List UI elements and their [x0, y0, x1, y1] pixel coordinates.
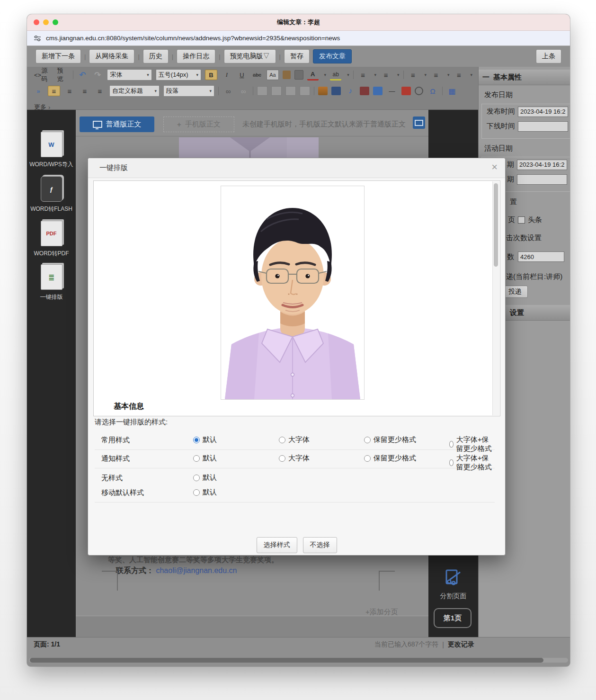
align-left-button[interactable]: ≡: [48, 86, 60, 96]
insert-link-icon[interactable]: ∞: [222, 86, 234, 96]
horizontal-scrollbar-thumb[interactable]: [30, 658, 543, 663]
radio-mobile-default[interactable]: 默认: [193, 488, 217, 497]
preview-desktop-button[interactable]: 预览电脑版▽: [224, 49, 276, 63]
letter-spacing-button[interactable]: ≡: [453, 70, 464, 80]
publish-time-input[interactable]: 2023-04-19 16:2: [518, 107, 568, 117]
ordered-list-button[interactable]: ≡: [357, 70, 369, 80]
history-button[interactable]: 历史: [143, 49, 169, 63]
change-history-link[interactable]: 更改记录: [448, 640, 474, 649]
url-text[interactable]: cms.jiangnan.edu.cn:8080/system/site/col…: [46, 35, 340, 42]
radio-notice-default[interactable]: 默认: [193, 454, 217, 463]
paragraph-spacing-button[interactable]: ≡: [407, 70, 418, 80]
insert-image-icon[interactable]: [318, 87, 328, 95]
remove-link-icon[interactable]: ∞: [238, 86, 249, 96]
sidebar-item-word-to-flash[interactable]: ƒ WORD转FLASH: [27, 176, 76, 213]
offline-time-input[interactable]: [518, 121, 568, 132]
chevron-down-icon[interactable]: ▾: [347, 72, 349, 77]
align-justify-button[interactable]: ≡: [94, 86, 106, 96]
chevron-down-icon[interactable]: ▾: [374, 72, 377, 77]
click-count-input[interactable]: 4260: [518, 251, 564, 262]
add-page-break-button[interactable]: +添加分页: [365, 608, 398, 617]
italic-button[interactable]: I: [221, 70, 232, 80]
bold-button[interactable]: B: [205, 70, 217, 80]
chevron-down-icon[interactable]: ▾: [424, 72, 427, 77]
source-code-button[interactable]: <>源码: [33, 70, 52, 80]
image-align-right-icon[interactable]: [285, 86, 296, 96]
responsive-preview-icon[interactable]: [413, 117, 425, 129]
horizontal-rule-icon[interactable]: —: [386, 86, 398, 96]
chevron-down-icon[interactable]: ▾: [447, 72, 450, 77]
collect-from-web-button[interactable]: 从网络采集: [89, 49, 134, 63]
split-page-icon[interactable]: [444, 568, 462, 586]
publish-article-button[interactable]: 发布文章: [313, 49, 352, 63]
sidebar-item-word-import[interactable]: W WORD/WPS导入: [27, 132, 76, 169]
close-window-icon[interactable]: [34, 19, 39, 25]
save-draft-button[interactable]: 暂存: [284, 49, 310, 63]
special-char-icon[interactable]: Ω: [427, 86, 438, 96]
align-center-button[interactable]: ≡: [64, 86, 75, 96]
highlight-color-button[interactable]: ab: [330, 70, 341, 81]
undo-icon[interactable]: ↶: [77, 70, 88, 80]
redo-icon[interactable]: ↷: [92, 70, 103, 80]
preview-scrollbar[interactable]: [492, 181, 499, 415]
unordered-list-button[interactable]: ≡: [380, 70, 391, 80]
contact-email-link[interactable]: chaoli@jiangnan.edu.cn: [156, 566, 237, 574]
zoom-window-icon[interactable]: [53, 19, 58, 25]
no-style-button[interactable]: 不选择: [303, 537, 337, 553]
font-color-button[interactable]: A: [307, 70, 319, 81]
collapse-minus-icon[interactable]: 一: [482, 73, 489, 82]
insert-date-icon[interactable]: [401, 87, 411, 95]
chevron-down-icon[interactable]: ▾: [397, 72, 400, 77]
insert-media-icon[interactable]: [373, 87, 383, 95]
minimize-window-icon[interactable]: [43, 19, 49, 25]
image-inline-icon[interactable]: [300, 86, 310, 96]
radio-common-large-font[interactable]: 大字体: [279, 435, 310, 444]
insert-video-icon[interactable]: [331, 87, 341, 95]
image-align-center-icon[interactable]: [271, 86, 282, 96]
tab-mobile-body[interactable]: + 手机版正文: [163, 117, 234, 132]
sidebar-item-one-click-layout[interactable]: ≣ 一键排版: [27, 264, 76, 301]
preview-button[interactable]: 预览: [56, 70, 69, 80]
radio-notice-keep-less-format[interactable]: 保留更少格式: [364, 454, 416, 463]
title-style-select[interactable]: 自定义标题▾: [109, 85, 160, 97]
radio-notice-large-font[interactable]: 大字体: [279, 454, 310, 463]
line-height-button[interactable]: ≡: [430, 70, 442, 80]
underline-button[interactable]: U: [236, 70, 248, 80]
url-bar[interactable]: cms.jiangnan.edu.cn:8080/system/site/col…: [27, 31, 570, 46]
new-next-article-button[interactable]: 新增下一条: [36, 49, 81, 63]
insert-audio-icon[interactable]: ♪: [345, 86, 356, 96]
insert-time-icon[interactable]: [415, 87, 423, 95]
chevron-down-icon[interactable]: ▾: [470, 72, 472, 77]
tab-desktop-body[interactable]: 普通版正文: [80, 117, 154, 132]
paragraph-format-select[interactable]: 段落▾: [163, 85, 214, 97]
start-date-input[interactable]: 2023-04-19 16:2: [517, 160, 567, 170]
radio-none-default[interactable]: 默认: [193, 473, 217, 482]
case-change-button[interactable]: Aa: [267, 70, 279, 80]
deliver-button[interactable]: 投递: [502, 286, 528, 298]
indent-button[interactable]: »: [33, 86, 44, 96]
operation-log-button[interactable]: 操作日志: [177, 49, 215, 63]
headline-checkbox[interactable]: [518, 216, 525, 224]
horizontal-scrollbar[interactable]: [29, 658, 568, 663]
previous-article-button[interactable]: 上条: [536, 49, 561, 63]
site-settings-icon[interactable]: [34, 35, 41, 42]
end-date-input[interactable]: [517, 174, 567, 185]
radio-common-default[interactable]: 默认: [193, 435, 217, 444]
insert-table-icon[interactable]: ▦: [446, 86, 458, 96]
font-size-select[interactable]: 五号(14px)▾: [156, 69, 201, 81]
font-family-select[interactable]: 宋体▾: [107, 69, 151, 81]
format-painter-icon[interactable]: [283, 71, 291, 79]
basic-properties-header[interactable]: 一 基本属性: [479, 70, 570, 85]
image-align-left-icon[interactable]: [257, 86, 267, 96]
radio-common-keep-less-format[interactable]: 保留更少格式: [364, 435, 416, 444]
strikethrough-button[interactable]: abc: [251, 70, 263, 80]
page-1-chip[interactable]: 第1页: [434, 608, 471, 628]
chevron-down-icon[interactable]: ▾: [324, 72, 327, 77]
paste-text-icon[interactable]: [294, 70, 303, 80]
sidebar-item-word-to-pdf[interactable]: PDF WORD转PDF: [27, 221, 76, 258]
align-right-button[interactable]: ≡: [79, 86, 90, 96]
insert-map-icon[interactable]: [360, 87, 369, 95]
preview-scrollbar-thumb[interactable]: [494, 183, 498, 267]
close-icon[interactable]: ×: [491, 162, 498, 172]
choose-style-button[interactable]: 选择样式: [257, 537, 297, 553]
